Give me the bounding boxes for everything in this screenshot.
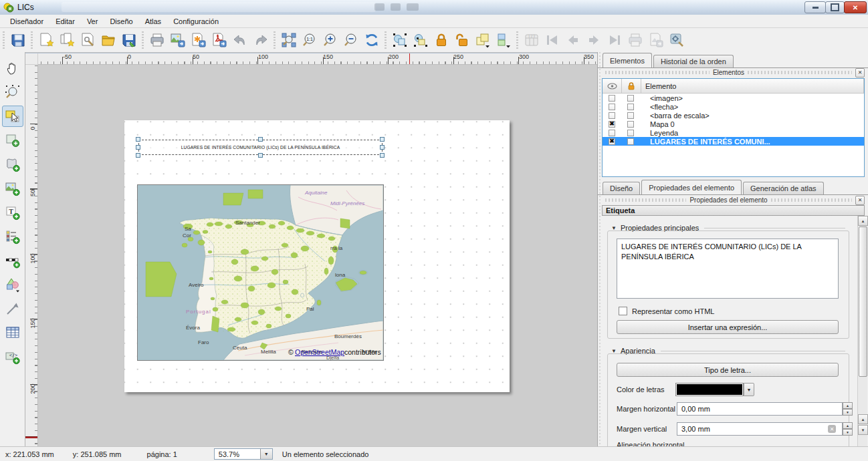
move-item-content-button[interactable]	[2, 130, 23, 151]
toolbar-grip[interactable]	[272, 31, 277, 49]
new-composition-button[interactable]	[35, 30, 56, 50]
margin-horizontal-spinner[interactable]: ▲▼	[843, 402, 853, 416]
atlas-first-button[interactable]	[542, 30, 562, 50]
panel-resize-grip[interactable]	[598, 52, 601, 446]
selection-handle[interactable]	[258, 137, 263, 142]
visibility-checkbox[interactable]: ✖	[609, 138, 615, 145]
table-row[interactable]: <flecha>	[603, 102, 864, 111]
selection-handle[interactable]	[258, 153, 263, 158]
tab-generacion-de-atlas[interactable]: Generación de atlas	[743, 182, 823, 194]
atlas-previous-button[interactable]	[562, 30, 583, 50]
group-items-button[interactable]	[389, 30, 410, 50]
spin-up-icon[interactable]: ▲	[843, 402, 853, 409]
zoom-out-button[interactable]	[340, 30, 361, 50]
add-image-button[interactable]	[2, 178, 23, 199]
selection-handle[interactable]	[136, 137, 140, 142]
visibility-checkbox[interactable]	[609, 104, 615, 110]
selection-handle[interactable]	[380, 145, 385, 150]
add-legend-button[interactable]	[2, 226, 23, 247]
add-scalebar-button[interactable]	[2, 250, 23, 271]
selection-handle[interactable]	[136, 153, 140, 158]
tab-propiedades-del-elemento[interactable]: Propiedades del elemento	[641, 180, 742, 194]
visibility-column-header[interactable]	[603, 79, 622, 93]
composition-manager-button[interactable]	[77, 30, 98, 50]
menu-ver[interactable]: Ver	[81, 16, 104, 27]
tab-historial[interactable]: Historial de la orden	[653, 55, 734, 67]
export-svg-button[interactable]	[188, 30, 209, 50]
export-image-button[interactable]	[167, 30, 188, 50]
spin-down-icon[interactable]: ▼	[843, 429, 853, 436]
toolbar-grip[interactable]	[515, 31, 520, 49]
add-attribute-table-button[interactable]	[2, 322, 23, 343]
tab-diseno[interactable]: Diseño	[603, 182, 640, 194]
menu-atlas[interactable]: Atlas	[139, 16, 167, 27]
render-html-checkbox[interactable]	[619, 307, 627, 315]
add-arrow-button[interactable]	[2, 298, 23, 319]
close-button[interactable]: ✕	[844, 1, 867, 13]
table-row[interactable]: <imagen>	[603, 94, 864, 102]
atlas-settings-button[interactable]: 1 2 3	[521, 30, 542, 50]
lock-checkbox[interactable]	[627, 130, 634, 136]
composition-canvas[interactable]: LUGARES DE INTERÉS COMUNITARIO (LICs) DE…	[38, 65, 597, 446]
selection-handle[interactable]	[136, 145, 140, 150]
scroll-up-icon[interactable]: ▲	[858, 216, 868, 226]
selection-handle[interactable]	[380, 137, 385, 142]
raise-items-button[interactable]	[472, 30, 493, 50]
visibility-checkbox[interactable]	[609, 112, 615, 119]
save-button[interactable]	[7, 30, 28, 50]
menu-disenador[interactable]: Diseñador	[4, 16, 49, 27]
properties-scrollbar[interactable]: ▲ ▲ ▼	[857, 216, 867, 446]
toolbar-grip[interactable]	[140, 31, 145, 49]
scrollbar-thumb[interactable]	[859, 226, 867, 377]
save-as-template-button[interactable]	[118, 30, 139, 50]
print-button[interactable]	[146, 30, 167, 50]
table-row[interactable]: <barra de escala>	[603, 111, 864, 120]
menu-configuracion[interactable]: Configuración	[167, 16, 225, 27]
add-map-button[interactable]	[2, 154, 23, 175]
duplicate-composition-button[interactable]	[56, 30, 77, 50]
table-row-selected[interactable]: ✖LUGARES DE INTERÉS COMUNI...	[603, 137, 864, 146]
select-move-item-button[interactable]	[2, 106, 23, 127]
redo-button[interactable]	[250, 30, 271, 50]
scroll-down-icon[interactable]: ▼	[858, 425, 868, 435]
atlas-preferences-button[interactable]	[666, 30, 687, 50]
margin-horizontal-input[interactable]: 0,00 mm	[677, 402, 843, 416]
zoom-in-button[interactable]	[320, 30, 340, 50]
lock-column-header[interactable]	[622, 79, 641, 93]
atlas-next-button[interactable]	[583, 30, 604, 50]
lock-checkbox[interactable]	[627, 104, 634, 110]
toolbar-grip[interactable]	[1, 31, 6, 49]
add-label-button[interactable]: T	[2, 202, 23, 223]
menu-editar[interactable]: Editar	[49, 16, 81, 27]
visibility-checkbox[interactable]	[609, 95, 615, 102]
paper-page[interactable]: LUGARES DE INTERÉS COMUNITARIO (LICs) DE…	[124, 120, 510, 392]
minimize-button[interactable]	[804, 1, 826, 13]
atlas-print-button[interactable]	[625, 30, 645, 50]
margin-vertical-input[interactable]: 3,00 mm	[677, 422, 843, 436]
map-item[interactable]: Aquitaine Midi-Pyrénées Santander Sa Cor…	[137, 184, 384, 361]
toolbar-grip[interactable]	[383, 31, 388, 49]
font-color-swatch[interactable]	[675, 383, 744, 396]
spin-down-icon[interactable]: ▼	[843, 409, 853, 416]
label-text-input[interactable]: LUGARES DE INTERÉS COMUNITARIO (LICs) DE…	[617, 239, 839, 299]
add-shape-button[interactable]	[2, 274, 23, 295]
table-row[interactable]: ✖Mapa 0	[603, 120, 864, 128]
ungroup-items-button[interactable]	[410, 30, 431, 50]
add-html-button[interactable]: </>	[2, 346, 23, 367]
undo-button[interactable]	[229, 30, 250, 50]
pan-tool-button[interactable]	[2, 57, 23, 79]
atlas-export-button[interactable]	[645, 30, 666, 50]
restore-button[interactable]	[825, 1, 845, 13]
zoom-actual-size-button[interactable]: 1:1	[299, 30, 320, 50]
osm-attribution-link[interactable]: OpenStreetMap	[295, 348, 344, 356]
zoom-level-combobox[interactable]: 53.7% ▼	[214, 448, 273, 460]
export-pdf-button[interactable]	[209, 30, 229, 50]
lock-checkbox[interactable]	[627, 121, 634, 128]
tab-elementos[interactable]: Elementos	[603, 53, 652, 67]
open-button[interactable]	[98, 30, 118, 50]
lock-checkbox[interactable]	[627, 95, 634, 102]
insert-expression-button[interactable]: Insertar una expresión...	[617, 320, 839, 334]
margin-vertical-spinner[interactable]: ▲▼	[843, 422, 853, 436]
table-row[interactable]: Leyenda	[603, 128, 864, 137]
items-dock-close-icon[interactable]: ✕	[855, 68, 865, 78]
